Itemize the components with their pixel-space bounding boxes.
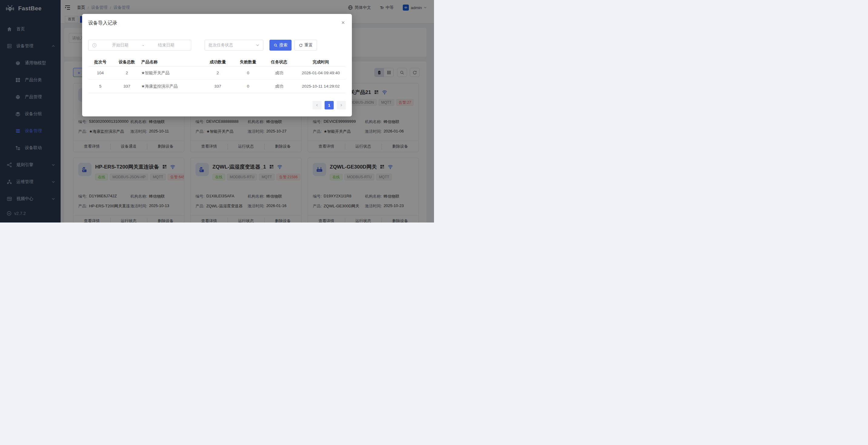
reset-button[interactable]: 重置	[294, 40, 317, 51]
dialog-title: 设备导入记录	[88, 20, 117, 26]
current-page[interactable]: 1	[324, 101, 334, 110]
table-row[interactable]: 104 2 ★智能开关产品 2 0 成功 2026-01-04 09:49:40	[88, 66, 346, 80]
import-records-table: 批次号 设备总数 产品名称 成功数量 失败数量 任务状态 完成时间 104 2 …	[88, 58, 346, 93]
end-date-placeholder: 结束日期	[145, 42, 187, 48]
clock-icon	[92, 43, 97, 48]
task-status: 成功	[262, 84, 296, 89]
table-row[interactable]: 5 337 ★海康监控演示产品 337 0 成功 2025-10-11 14:2…	[88, 80, 346, 93]
start-date-placeholder: 开始日期	[99, 42, 141, 48]
chevron-down-icon	[256, 43, 259, 47]
search-icon	[274, 43, 278, 47]
table-header-row: 批次号 设备总数 产品名称 成功数量 失败数量 任务状态 完成时间	[88, 58, 346, 66]
import-records-dialog: 设备导入记录 ✕ 开始日期 - 结束日期 批次任务状态 搜索 重置 批次号 设备…	[82, 14, 352, 116]
batch-status-select[interactable]: 批次任务状态	[205, 40, 264, 51]
date-range-picker[interactable]: 开始日期 - 结束日期	[88, 40, 191, 51]
refresh-icon	[299, 43, 303, 47]
pagination: 1	[312, 101, 346, 110]
search-button[interactable]: 搜索	[270, 40, 291, 51]
dialog-filter-row: 开始日期 - 结束日期 批次任务状态 搜索 重置	[88, 40, 191, 51]
close-icon[interactable]: ✕	[340, 20, 346, 26]
task-status: 成功	[262, 70, 296, 76]
prev-page-button[interactable]	[312, 101, 321, 110]
next-page-button[interactable]	[337, 101, 346, 110]
